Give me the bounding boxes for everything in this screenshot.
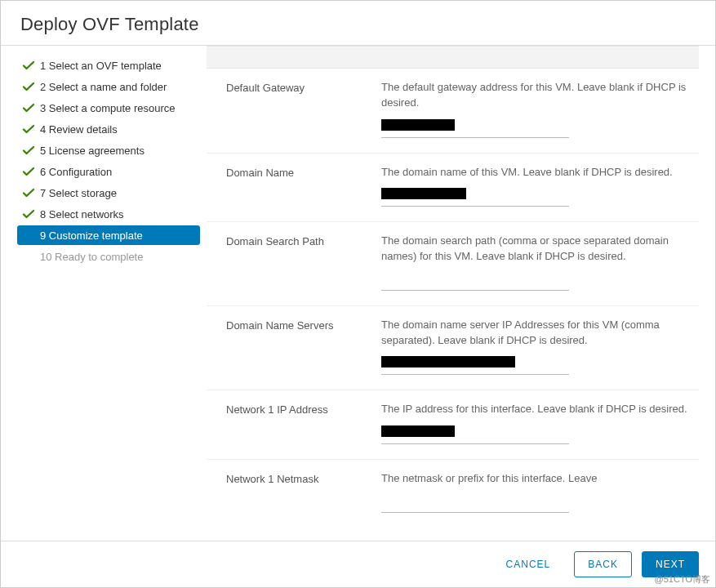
step-label: 5 License agreements bbox=[40, 145, 145, 157]
dialog-body: 1 Select an OVF template2 Select a name … bbox=[1, 46, 715, 541]
property-value: The domain search path (comma or space s… bbox=[381, 234, 691, 291]
property-description: The domain search path (comma or space s… bbox=[381, 234, 691, 265]
check-icon bbox=[22, 80, 35, 93]
property-description: The domain name of this VM. Leave blank … bbox=[381, 165, 691, 180]
property-input[interactable] bbox=[381, 273, 569, 291]
wizard-step-9[interactable]: 9 Customize template bbox=[17, 225, 200, 245]
step-label: 7 Select storage bbox=[40, 187, 117, 199]
property-description: The netmask or prefix for this interface… bbox=[381, 471, 691, 487]
property-label: Domain Search Path bbox=[226, 234, 381, 291]
property-input[interactable] bbox=[381, 188, 569, 207]
property-input[interactable] bbox=[381, 425, 569, 444]
step-label: 2 Select a name and folder bbox=[40, 81, 167, 93]
check-icon bbox=[22, 144, 35, 157]
property-label: Default Gateway bbox=[226, 80, 381, 138]
section-header bbox=[207, 46, 699, 69]
deploy-ovf-dialog: Deploy OVF Template 1 Select an OVF temp… bbox=[0, 0, 716, 588]
property-row: Domain Name ServersThe domain name serve… bbox=[207, 306, 699, 391]
content-pane: Default GatewayThe default gateway addre… bbox=[207, 46, 715, 541]
property-description: The default gateway address for this VM.… bbox=[381, 80, 691, 111]
redacted-value bbox=[381, 425, 455, 437]
property-description: The IP address for this interface. Leave… bbox=[381, 402, 691, 417]
property-label: Domain Name Servers bbox=[226, 318, 381, 376]
property-value: The netmask or prefix for this interface… bbox=[381, 471, 691, 513]
property-label: Domain Name bbox=[226, 165, 381, 207]
wizard-step-6[interactable]: 6 Configuration bbox=[17, 162, 200, 181]
wizard-step-4[interactable]: 4 Review details bbox=[17, 119, 200, 139]
check-icon bbox=[22, 122, 35, 136]
cancel-button[interactable]: CANCEL bbox=[492, 551, 565, 577]
wizard-steps-sidebar: 1 Select an OVF template2 Select a name … bbox=[1, 46, 207, 541]
property-description: The domain name server IP Addresses for … bbox=[381, 318, 691, 349]
property-value: The default gateway address for this VM.… bbox=[381, 80, 691, 138]
check-icon bbox=[22, 165, 35, 178]
property-input[interactable] bbox=[381, 356, 569, 375]
step-label: 8 Select networks bbox=[40, 208, 124, 220]
step-label: 1 Select an OVF template bbox=[40, 60, 162, 72]
redacted-value bbox=[381, 119, 455, 131]
wizard-step-7[interactable]: 7 Select storage bbox=[17, 183, 200, 203]
property-input[interactable] bbox=[381, 495, 569, 513]
property-row: Network 1 IP AddressThe IP address for t… bbox=[207, 390, 699, 460]
check-icon bbox=[22, 101, 35, 114]
property-input[interactable] bbox=[381, 119, 569, 138]
watermark: @51CTO博客 bbox=[655, 573, 710, 586]
properties-scroll-area[interactable]: Default GatewayThe default gateway addre… bbox=[207, 46, 715, 541]
property-value: The domain name of this VM. Leave blank … bbox=[381, 165, 691, 207]
property-label: Network 1 IP Address bbox=[226, 402, 381, 444]
wizard-step-10: 10 Ready to complete bbox=[17, 247, 200, 266]
wizard-step-8[interactable]: 8 Select networks bbox=[17, 204, 200, 224]
property-value: The domain name server IP Addresses for … bbox=[381, 318, 691, 376]
dialog-footer: CANCEL BACK NEXT bbox=[1, 541, 715, 587]
check-icon bbox=[22, 207, 35, 220]
wizard-step-1[interactable]: 1 Select an OVF template bbox=[17, 56, 200, 75]
property-row: Default GatewayThe default gateway addre… bbox=[207, 69, 699, 154]
property-row: Domain Search PathThe domain search path… bbox=[207, 222, 699, 306]
step-label: 6 Configuration bbox=[40, 166, 112, 178]
step-label: 3 Select a compute resource bbox=[40, 102, 175, 114]
step-label: 9 Customize template bbox=[40, 229, 143, 242]
step-label: 10 Ready to complete bbox=[40, 251, 143, 263]
check-icon bbox=[22, 59, 35, 72]
check-icon bbox=[22, 186, 35, 199]
step-label: 4 Review details bbox=[40, 123, 118, 136]
redacted-value bbox=[381, 356, 515, 368]
property-value: The IP address for this interface. Leave… bbox=[381, 402, 691, 444]
property-row: Network 1 NetmaskThe netmask or prefix f… bbox=[207, 460, 699, 528]
property-label: Network 1 Netmask bbox=[226, 471, 381, 513]
back-button[interactable]: BACK bbox=[574, 551, 632, 577]
property-row: Domain NameThe domain name of this VM. L… bbox=[207, 154, 699, 223]
wizard-step-3[interactable]: 3 Select a compute resource bbox=[17, 98, 200, 118]
redacted-value bbox=[381, 188, 466, 199]
dialog-title: Deploy OVF Template bbox=[1, 1, 715, 46]
wizard-step-5[interactable]: 5 License agreements bbox=[17, 140, 200, 160]
wizard-step-2[interactable]: 2 Select a name and folder bbox=[17, 77, 200, 96]
